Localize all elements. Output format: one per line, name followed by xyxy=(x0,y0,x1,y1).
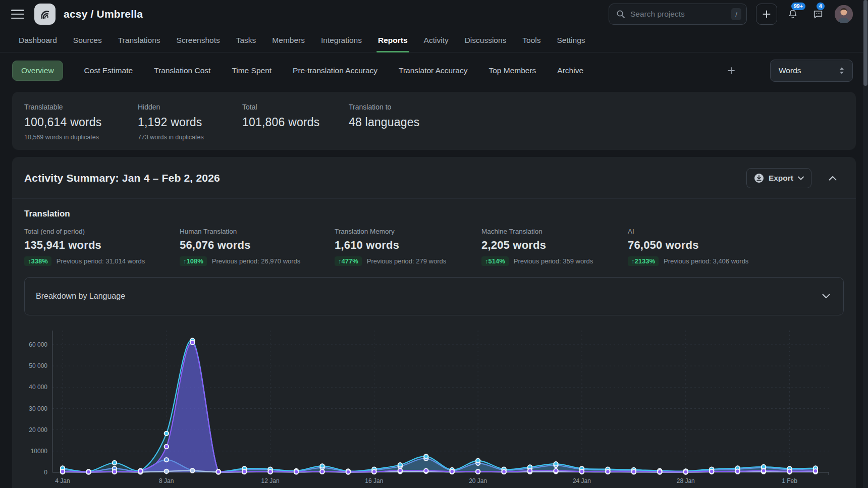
subtab-pretranslation-accuracy[interactable]: Pre-translation Accuracy xyxy=(293,66,377,75)
tab-translations[interactable]: Translations xyxy=(118,28,160,52)
stat-value: 1,192 words xyxy=(138,116,242,129)
subtab-translation-cost[interactable]: Translation Cost xyxy=(154,66,210,75)
delta-badge: ↑514% xyxy=(481,256,509,266)
svg-text:20 Jan: 20 Jan xyxy=(469,477,487,484)
stat-label: Translatable xyxy=(24,103,138,111)
svg-text:16 Jan: 16 Jan xyxy=(365,477,383,484)
stat-hidden: Hidden 1,192 words 773 words in duplicat… xyxy=(138,103,242,141)
tab-reports[interactable]: Reports xyxy=(378,28,408,52)
tab-integrations[interactable]: Integrations xyxy=(321,28,362,52)
activity-chart-area: 01000020 00030 00040 00050 00060 0004 Ja… xyxy=(12,315,856,488)
svg-text:0: 0 xyxy=(44,469,47,476)
tab-discussions[interactable]: Discussions xyxy=(465,28,507,52)
svg-text:50 000: 50 000 xyxy=(29,362,47,369)
delta-badge: ↑108% xyxy=(180,256,207,266)
subtab-translator-accuracy[interactable]: Translator Accuracy xyxy=(399,66,467,75)
export-label: Export xyxy=(769,174,793,183)
stat-value: 100,614 words xyxy=(24,116,138,129)
activity-summary-card: Activity Summary: Jan 4 – Feb 2, 2026 Ex… xyxy=(12,157,856,488)
stat-translatable: Translatable 100,614 words 10,569 words … xyxy=(24,103,138,141)
activity-summary-title: Activity Summary: Jan 4 – Feb 2, 2026 xyxy=(24,172,220,184)
previous-period: Previous period: 3,406 words xyxy=(664,257,748,265)
metric-value: 76,050 words xyxy=(628,239,748,252)
plus-icon xyxy=(762,10,771,19)
tab-sources[interactable]: Sources xyxy=(73,28,102,52)
metric-label: Machine Translation xyxy=(481,228,628,235)
subtab-top-members[interactable]: Top Members xyxy=(489,66,536,75)
scrollbar-track[interactable] xyxy=(863,0,868,488)
stat-subtext: 773 words in duplicates xyxy=(138,134,242,141)
metric-value: 2,205 words xyxy=(481,239,628,252)
svg-text:8 Jan: 8 Jan xyxy=(159,477,174,484)
download-icon xyxy=(754,173,764,183)
metric-label: Translation Memory xyxy=(335,228,481,235)
chevron-up-icon xyxy=(829,176,837,181)
main-navigation: Dashboard Sources Translations Screensho… xyxy=(0,28,868,52)
menu-icon[interactable] xyxy=(11,9,24,19)
translation-metrics: Total (end of period) 135,941 words ↑338… xyxy=(24,228,844,266)
search-shortcut-hint: / xyxy=(731,8,741,20)
metric-value: 56,076 words xyxy=(180,239,335,252)
stat-total: Total 101,806 words xyxy=(242,103,349,141)
subtab-cost-estimate[interactable]: Cost Estimate xyxy=(84,66,133,75)
messages-button[interactable]: 4 xyxy=(808,5,828,24)
stat-value: 48 languages xyxy=(349,116,420,129)
svg-text:20 000: 20 000 xyxy=(29,426,47,433)
metric-total: Total (end of period) 135,941 words ↑338… xyxy=(24,228,180,266)
collapse-section-button[interactable] xyxy=(829,176,837,181)
delta-badge: ↑477% xyxy=(335,256,362,266)
page-title: acsy / Umbrella xyxy=(64,8,143,20)
subtab-archive[interactable]: Archive xyxy=(557,66,583,75)
tab-settings[interactable]: Settings xyxy=(557,28,585,52)
metric-label: Human Translation xyxy=(180,228,335,235)
top-bar-actions: / 99+ 4 xyxy=(609,4,853,25)
metric-ai: AI 76,050 words ↑2133% Previous period: … xyxy=(628,228,748,266)
search-icon xyxy=(616,10,625,19)
export-button[interactable]: Export xyxy=(746,168,811,188)
notifications-badge: 99+ xyxy=(791,3,805,10)
tab-tasks[interactable]: Tasks xyxy=(236,28,256,52)
add-report-button[interactable] xyxy=(727,66,736,75)
previous-period: Previous period: 31,014 words xyxy=(57,257,145,265)
tab-dashboard[interactable]: Dashboard xyxy=(19,28,57,52)
breakdown-by-language-toggle[interactable]: Breakdown by Language xyxy=(24,277,844,315)
logo-bird-icon xyxy=(37,7,52,22)
search-input[interactable] xyxy=(630,10,731,19)
top-bar: acsy / Umbrella / xyxy=(0,0,868,28)
tab-screenshots[interactable]: Screenshots xyxy=(177,28,220,52)
svg-text:60 000: 60 000 xyxy=(29,341,47,348)
activity-line-chart[interactable]: 01000020 00030 00040 00050 00060 0004 Ja… xyxy=(12,329,856,488)
subtab-overview[interactable]: Overview xyxy=(12,61,63,81)
tab-tools[interactable]: Tools xyxy=(522,28,540,52)
stat-translation-to: Translation to 48 languages xyxy=(349,103,420,141)
stat-label: Total xyxy=(242,103,349,111)
bell-icon xyxy=(787,9,798,20)
plus-icon xyxy=(727,66,736,75)
avatar-photo xyxy=(835,5,853,23)
unit-select[interactable]: Words xyxy=(770,60,853,82)
app-logo[interactable] xyxy=(34,4,56,25)
metric-value: 135,941 words xyxy=(24,239,180,252)
svg-text:10000: 10000 xyxy=(31,448,48,455)
metric-label: AI xyxy=(628,228,748,235)
tab-activity[interactable]: Activity xyxy=(424,28,449,52)
create-project-button[interactable] xyxy=(756,4,777,25)
translation-section: Translation Total (end of period) 135,94… xyxy=(12,199,856,266)
search-box[interactable]: / xyxy=(609,4,747,25)
breakdown-label: Breakdown by Language xyxy=(36,292,125,301)
scrollbar-thumb[interactable] xyxy=(863,0,867,86)
tab-members[interactable]: Members xyxy=(272,28,305,52)
delta-badge: ↑338% xyxy=(24,256,51,266)
messages-badge: 4 xyxy=(817,3,825,10)
svg-text:12 Jan: 12 Jan xyxy=(261,477,280,484)
metric-label: Total (end of period) xyxy=(24,228,180,235)
stat-value: 101,806 words xyxy=(242,116,349,129)
user-avatar[interactable] xyxy=(835,5,853,23)
reports-page: acsy / Umbrella / xyxy=(0,0,868,488)
unit-select-value: Words xyxy=(779,66,838,75)
subtab-time-spent[interactable]: Time Spent xyxy=(232,66,272,75)
metric-translation-memory: Translation Memory 1,610 words ↑477% Pre… xyxy=(335,228,481,266)
svg-text:30 000: 30 000 xyxy=(29,405,47,412)
notifications-button[interactable]: 99+ xyxy=(783,5,802,24)
stat-subtext: 10,569 words in duplicates xyxy=(24,134,138,141)
